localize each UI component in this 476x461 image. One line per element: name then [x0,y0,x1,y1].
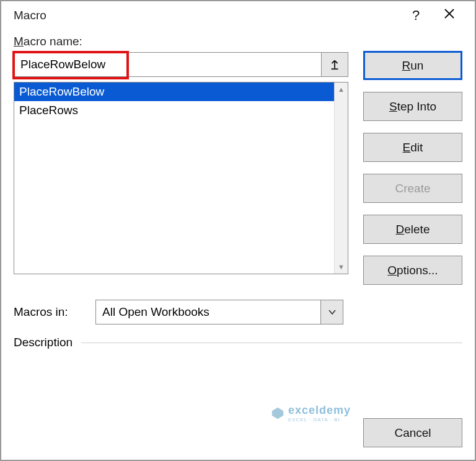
scroll-track[interactable] [335,96,348,260]
macro-name-input[interactable] [14,52,322,77]
edit-button[interactable]: Edit [363,133,462,162]
cancel-button[interactable]: Cancel [363,418,462,447]
macro-list[interactable]: PlaceRowBelow PlaceRows ▲ ▼ [14,82,348,274]
macros-in-dropdown[interactable]: All Open Workbooks [95,300,343,324]
dialog-title: Macro [14,9,46,22]
titlebar: Macro ? [1,1,475,32]
scroll-down-icon[interactable]: ▼ [335,260,348,274]
macro-name-label: Macro name: [14,35,462,48]
svg-marker-1 [272,408,283,419]
assign-button[interactable] [321,52,348,77]
close-icon[interactable] [433,7,466,24]
macro-list-inner: PlaceRowBelow PlaceRows [14,83,334,274]
help-icon[interactable]: ? [399,7,433,24]
run-button[interactable]: Run [363,51,462,80]
description-label: Description [14,336,73,349]
scrollbar[interactable]: ▲ ▼ [334,83,348,274]
watermark-sub: EXCEL · DATA · BI [288,417,351,423]
watermark-text: exceldemy [288,404,351,417]
list-item[interactable]: PlaceRows [14,101,334,120]
svg-rect-0 [332,68,338,69]
watermark: exceldemy EXCEL · DATA · BI [271,404,351,423]
delete-button[interactable]: Delete [363,215,462,244]
step-into-button[interactable]: Step Into [363,92,462,121]
scroll-up-icon[interactable]: ▲ [335,83,348,96]
chevron-down-icon[interactable] [320,300,343,324]
options-button[interactable]: Options... [363,256,462,285]
list-item[interactable]: PlaceRowBelow [14,83,334,101]
divider [81,342,462,343]
macros-in-value: All Open Workbooks [96,300,320,324]
macros-in-label: Macros in: [14,305,87,319]
create-button: Create [363,174,462,203]
